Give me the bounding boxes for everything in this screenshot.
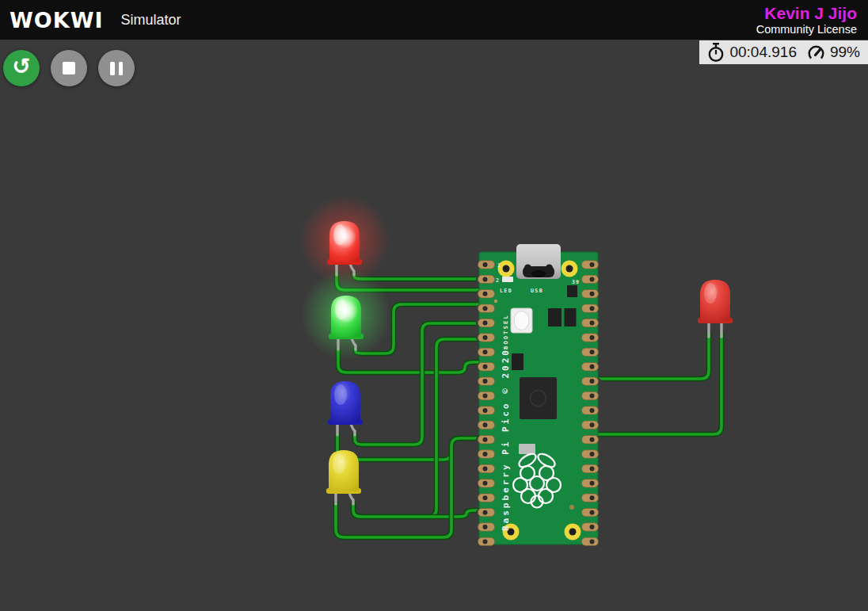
rp2040-chip	[520, 377, 557, 419]
status-strip: 00:04.916 99%	[699, 40, 868, 64]
led-yellow[interactable]	[326, 450, 361, 504]
usb-label: USB	[531, 288, 543, 294]
led-blue[interactable]	[328, 381, 363, 435]
wire-red-right-anode[interactable]	[596, 334, 709, 379]
bootsel-label: BOOTSEL	[503, 314, 509, 349]
top-bar: WOKWI Simulator Kevin J Jijo Community L…	[0, 0, 868, 40]
pause-button[interactable]	[98, 50, 135, 86]
gold-dot	[569, 505, 574, 510]
restart-button[interactable]: ↺	[3, 50, 40, 86]
app-title: Simulator	[120, 12, 181, 29]
sim-time: 00:04.916	[729, 44, 797, 61]
user-box: Kevin J Jijo Community License	[756, 4, 857, 36]
board-silk-title: Raspberry Pi Pico © 2020	[501, 348, 511, 531]
sim-performance: 99%	[830, 44, 860, 61]
circuit-canvas[interactable]: 1 2 39 LED USB BOOTSEL Raspberry Pi Pico…	[0, 0, 868, 611]
raspberry-pi-pico-board[interactable]: 1 2 39 LED USB BOOTSEL Raspberry Pi Pico…	[476, 244, 601, 546]
stop-button[interactable]	[51, 50, 87, 86]
wire-yellow-anode-b[interactable]	[353, 504, 485, 517]
test-pad	[494, 300, 497, 303]
stopwatch-icon	[706, 42, 725, 63]
pin2-label: 2	[496, 277, 499, 284]
led-green[interactable]	[301, 269, 391, 360]
bootsel-button[interactable]	[511, 308, 532, 333]
usb-connector	[516, 244, 561, 279]
led-red-right[interactable]	[698, 280, 733, 337]
gauge-icon	[806, 42, 826, 63]
led-label: LED	[500, 288, 512, 294]
wokwi-logo[interactable]: WOKWI	[10, 8, 103, 32]
restart-icon: ↺	[12, 55, 30, 78]
pause-icon	[110, 62, 123, 75]
onboard-led	[502, 277, 513, 282]
silver-component	[519, 444, 535, 454]
wire-red-right-cathode[interactable]	[596, 334, 721, 434]
pin39-label: 39	[572, 279, 580, 285]
pin1-label: 1	[497, 262, 501, 269]
license-label: Community License	[756, 23, 857, 36]
stop-icon	[63, 62, 75, 74]
user-name[interactable]: Kevin J Jijo	[756, 4, 857, 23]
